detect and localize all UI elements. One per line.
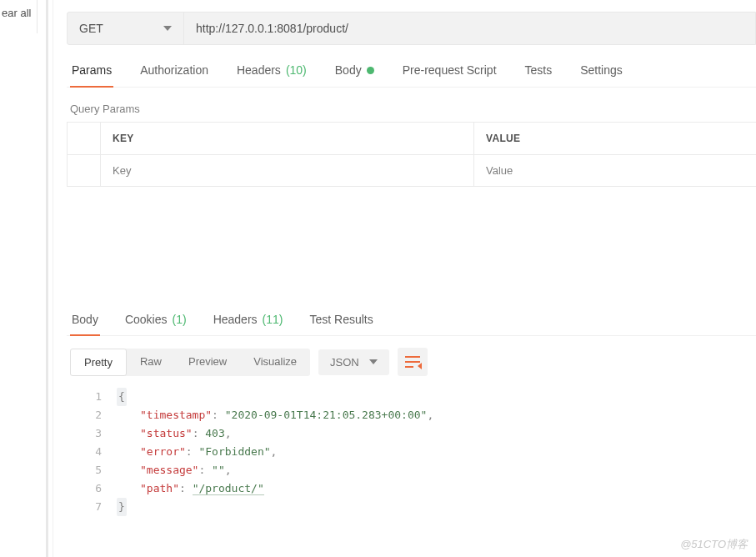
qp-value-header: VALUE	[474, 123, 756, 154]
code-line: 7}	[92, 498, 756, 516]
line-wrap-icon	[405, 356, 420, 368]
divider	[53, 0, 53, 557]
code-line: 1{	[92, 388, 756, 406]
view-raw[interactable]: Raw	[127, 349, 175, 376]
response-controls: Pretty Raw Preview Visualize JSON	[70, 348, 756, 376]
view-visualize[interactable]: Visualize	[240, 349, 310, 376]
resp-tab-body[interactable]: Body	[70, 313, 100, 335]
tab-tests[interactable]: Tests	[523, 63, 554, 87]
request-tabs: Params Authorization Headers(10) Body Pr…	[67, 63, 756, 88]
format-label: JSON	[330, 356, 359, 369]
clear-all-link[interactable]: ear all	[0, 7, 31, 19]
query-params-table: KEY VALUE Key Value	[67, 122, 756, 187]
view-preview[interactable]: Preview	[175, 349, 240, 376]
qp-key-input[interactable]: Key	[101, 155, 474, 186]
request-panel: GET Params Authorization Headers(10) Bod…	[67, 0, 756, 557]
qp-checkbox-col	[68, 123, 101, 154]
url-input[interactable]	[184, 13, 755, 44]
resp-headers-count: (11)	[263, 313, 283, 326]
response-panel: Body Cookies(1) Headers(11) Test Results…	[67, 313, 756, 557]
line-wrap-button[interactable]	[398, 348, 428, 376]
http-method-label: GET	[79, 22, 103, 35]
tab-authorization[interactable]: Authorization	[138, 63, 210, 87]
response-body-code[interactable]: 1{ 2"timestamp": "2020-09-01T14:21:05.28…	[67, 388, 756, 516]
code-line: 3"status": 403,	[92, 424, 756, 443]
format-select[interactable]: JSON	[318, 349, 389, 375]
url-bar: GET	[67, 12, 756, 45]
body-indicator-icon	[367, 67, 374, 74]
qp-row-checkbox[interactable]	[68, 155, 101, 186]
headers-count: (10)	[286, 63, 307, 77]
watermark: @51CTO博客	[680, 537, 748, 552]
http-method-select[interactable]: GET	[68, 13, 184, 44]
tab-params[interactable]: Params	[70, 63, 113, 87]
history-panel-edge: ear all	[0, 0, 38, 33]
tab-body[interactable]: Body	[333, 63, 376, 87]
tab-headers[interactable]: Headers(10)	[235, 63, 308, 87]
view-mode-group: Pretty Raw Preview Visualize	[70, 349, 310, 376]
query-params-header-row: KEY VALUE	[68, 123, 756, 154]
code-line: 2"timestamp": "2020-09-01T14:21:05.283+0…	[92, 406, 756, 424]
view-pretty[interactable]: Pretty	[70, 349, 127, 376]
code-line: 6"path": "/product/"	[92, 479, 756, 498]
tab-prerequest[interactable]: Pre-request Script	[401, 63, 498, 87]
qp-key-header: KEY	[101, 123, 474, 154]
resp-tab-cookies[interactable]: Cookies(1)	[123, 313, 188, 335]
chevron-down-icon	[369, 359, 378, 364]
cookies-count: (1)	[173, 313, 187, 326]
code-line: 5"message": "",	[92, 461, 756, 479]
qp-value-input[interactable]: Value	[474, 155, 756, 186]
resp-tab-headers[interactable]: Headers(11)	[212, 313, 285, 335]
query-params-heading: Query Params	[70, 103, 756, 115]
resize-handle[interactable]	[46, 0, 48, 557]
tab-settings[interactable]: Settings	[578, 63, 624, 87]
response-tabs: Body Cookies(1) Headers(11) Test Results	[67, 313, 756, 336]
chevron-down-icon	[163, 26, 172, 31]
resp-tab-test-results[interactable]: Test Results	[308, 313, 374, 335]
code-line: 4"error": "Forbidden",	[92, 443, 756, 461]
query-params-input-row: Key Value	[68, 154, 756, 186]
